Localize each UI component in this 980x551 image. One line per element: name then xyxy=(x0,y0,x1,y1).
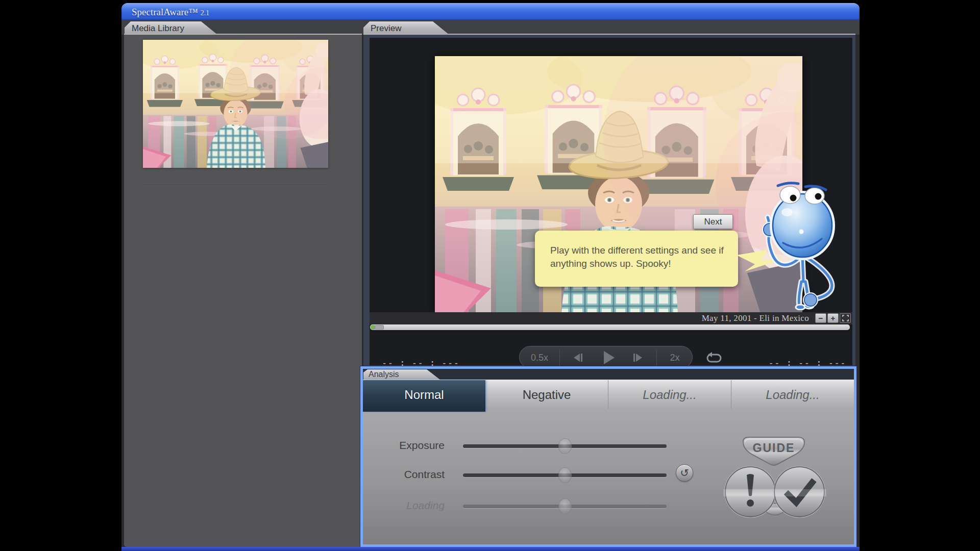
tab-analysis[interactable]: Analysis xyxy=(363,369,440,380)
panel-tab-strip: Media Library Preview xyxy=(121,20,860,35)
divider xyxy=(559,349,560,366)
mode-tab-negative[interactable]: Negative xyxy=(485,380,608,409)
loading-slider-label: Loading xyxy=(368,499,445,512)
seek-thumb[interactable] xyxy=(375,325,384,330)
tutorial-next-button[interactable]: Next xyxy=(693,214,733,229)
zoom-in-button[interactable]: + xyxy=(827,313,839,323)
window-bottom-border xyxy=(121,547,860,551)
step-forward-button[interactable] xyxy=(625,346,651,369)
step-back-button[interactable] xyxy=(565,346,591,369)
play-icon xyxy=(603,350,615,365)
seek-progress xyxy=(371,325,375,330)
analysis-mode-tabs: Normal Negative Loading... Loading... xyxy=(363,380,854,409)
play-button[interactable] xyxy=(594,346,624,369)
speed-down-button[interactable]: 0.5x xyxy=(520,346,559,369)
caption-bar: May 11, 2001 - Eli in Mexico − + xyxy=(370,312,852,324)
title-bar[interactable]: SpectralAware™2.1 xyxy=(121,3,860,20)
tutorial-message: Play with the different settings and see… xyxy=(550,244,725,270)
tab-preview[interactable]: Preview xyxy=(363,21,449,35)
loop-button[interactable] xyxy=(706,352,722,364)
action-buttons xyxy=(723,464,826,521)
fullscreen-button[interactable] xyxy=(840,313,851,323)
fullscreen-icon xyxy=(842,315,849,321)
reset-button[interactable]: ↺ xyxy=(676,464,693,482)
analysis-body: Exposure Contrast Loading ↺ xyxy=(363,409,854,544)
app-title: SpectralAware™2.1 xyxy=(132,4,209,21)
loading-slider-thumb xyxy=(558,498,572,514)
analysis-panel: Analysis Normal Negative Loading... Load… xyxy=(360,366,856,547)
exposure-slider[interactable] xyxy=(463,444,667,448)
media-thumbnail[interactable] xyxy=(143,40,328,168)
seek-bar[interactable] xyxy=(370,324,850,330)
exposure-slider-thumb[interactable] xyxy=(558,438,572,454)
mode-tab-normal[interactable]: Normal xyxy=(363,380,485,412)
tab-media-library[interactable]: Media Library xyxy=(125,21,217,35)
analysis-tab-strip: Analysis xyxy=(363,369,854,380)
mode-tab-loading-2[interactable]: Loading... xyxy=(731,380,854,409)
step-forward-icon xyxy=(632,353,644,363)
tab-media-library-label: Media Library xyxy=(132,23,184,33)
mode-tab-loading-1[interactable]: Loading... xyxy=(608,380,731,409)
tutorial-tooltip: Play with the different settings and see… xyxy=(535,231,738,287)
app-window: SpectralAware™2.1 Media Library Preview … xyxy=(121,3,860,551)
guide-label: GUIDE xyxy=(753,441,795,455)
spooky-mascot xyxy=(754,182,847,310)
media-list-divider xyxy=(143,184,328,185)
photo-caption: May 11, 2001 - Eli in Mexico xyxy=(702,312,809,324)
zoom-out-button[interactable]: − xyxy=(815,313,826,323)
reset-icon: ↺ xyxy=(680,467,689,479)
transport-controls: 0.5x 2x xyxy=(519,346,693,368)
preview-panel: May 11, 2001 - Eli in Mexico − + -- : --… xyxy=(363,34,855,366)
contrast-slider[interactable] xyxy=(463,473,667,477)
contrast-slider-thumb[interactable] xyxy=(558,467,572,483)
contrast-label: Contrast xyxy=(368,468,445,481)
tab-analysis-label: Analysis xyxy=(369,370,399,379)
loop-icon xyxy=(706,352,722,364)
step-back-icon xyxy=(572,353,583,363)
tab-preview-label: Preview xyxy=(371,23,401,33)
loading-slider xyxy=(463,505,667,508)
speed-up-button[interactable]: 2x xyxy=(656,346,693,369)
exposure-label: Exposure xyxy=(368,439,445,452)
preview-stage: May 11, 2001 - Eli in Mexico − + -- : --… xyxy=(370,38,852,365)
photo-thumbnail-art xyxy=(143,40,328,168)
app-version: 2.1 xyxy=(201,9,210,17)
media-library-panel xyxy=(124,34,362,547)
